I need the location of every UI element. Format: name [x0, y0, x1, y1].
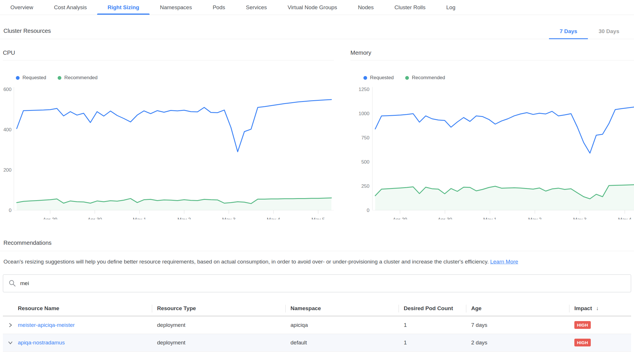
tab-nodes[interactable]: Nodes — [348, 0, 384, 15]
memory-chart-legend: Requested Recommended — [363, 75, 634, 81]
age-cell: 2 days — [466, 340, 569, 346]
col-header-desired-pod-count[interactable]: Desired Pod Count — [399, 302, 466, 316]
resource-name-link[interactable]: apiqa-nostradamus — [18, 340, 65, 346]
resource-name-link[interactable]: meister-apiciqa-meister — [18, 322, 75, 328]
recommended-dot-icon — [405, 76, 409, 80]
search-input[interactable] — [20, 280, 626, 287]
requested-dot-icon — [363, 76, 367, 80]
legend-requested-label: Requested — [370, 75, 394, 81]
tab-services[interactable]: Services — [235, 0, 277, 15]
period-toggle: 7 Days 30 Days — [549, 28, 630, 39]
svg-text:0: 0 — [9, 208, 12, 213]
table-header-row: Resource Name Resource Type Namespace De… — [3, 302, 631, 316]
legend-requested-label: Requested — [22, 75, 46, 81]
chevron-down-icon — [8, 340, 13, 345]
memory-chart-title: Memory — [350, 50, 634, 60]
desired-pod-count-cell: 1 — [399, 322, 466, 328]
tab-virtual-node-groups[interactable]: Virtual Node Groups — [277, 0, 348, 15]
recommendations-description: Ocean's resizing suggestions will help y… — [3, 258, 631, 266]
table-row[interactable]: apiqa-nostradamus deployment default 1 2… — [3, 334, 631, 352]
recommendations-header: Recommendations — [0, 240, 634, 251]
recommendations-description-text: Ocean's resizing suggestions will help y… — [3, 259, 489, 265]
cluster-resources-header: Cluster Resources 7 Days 30 Days — [0, 15, 634, 39]
svg-text:May 4: May 4 — [618, 217, 631, 219]
legend-recommended-label: Recommended — [64, 75, 97, 81]
requested-dot-icon — [16, 76, 20, 80]
cpu-chart-legend: Requested Recommended — [16, 75, 334, 81]
tab-pods[interactable]: Pods — [202, 0, 235, 15]
tab-cost-analysis[interactable]: Cost Analysis — [44, 0, 97, 15]
table-row[interactable]: meister-apiciqa-meister deployment apici… — [3, 316, 631, 334]
search-box[interactable] — [3, 274, 631, 292]
svg-text:May 1: May 1 — [483, 217, 497, 219]
svg-text:May 2: May 2 — [528, 217, 541, 219]
col-header-age[interactable]: Age — [466, 302, 569, 316]
col-header-resource-type[interactable]: Resource Type — [152, 302, 285, 316]
svg-text:250: 250 — [361, 183, 369, 189]
charts-row: CPU Requested Recommended 0200400600Apr … — [0, 39, 634, 221]
resource-type-cell: deployment — [152, 340, 285, 346]
legend-requested: Requested — [363, 75, 394, 81]
search-icon — [8, 279, 16, 287]
col-header-namespace[interactable]: Namespace — [285, 302, 399, 316]
cpu-line-chart: 0200400600Apr 29Apr 30May 1May 2May 3May… — [3, 84, 334, 221]
col-header-impact-label: Impact — [574, 305, 592, 312]
expand-row-button[interactable] — [3, 323, 18, 327]
sort-desc-icon[interactable]: ↓ — [596, 305, 599, 312]
svg-text:0: 0 — [367, 208, 369, 213]
col-header-resource-name[interactable]: Resource Name — [3, 302, 152, 316]
top-nav: Overview Cost Analysis Right Sizing Name… — [0, 0, 634, 15]
namespace-cell: default — [285, 340, 399, 346]
svg-text:200: 200 — [3, 167, 12, 173]
svg-text:Apr 29: Apr 29 — [43, 217, 57, 219]
age-cell: 7 days — [466, 322, 569, 328]
legend-recommended-label: Recommended — [412, 75, 445, 81]
svg-text:May 4: May 4 — [267, 217, 280, 219]
cluster-resources-title: Cluster Resources — [3, 28, 51, 39]
impact-high-badge: HIGH — [574, 339, 591, 346]
memory-chart-panel: Memory Requested Recommended 02505007501… — [350, 50, 634, 221]
svg-text:600: 600 — [3, 87, 12, 92]
tab-overview[interactable]: Overview — [0, 0, 44, 15]
cpu-chart-title: CPU — [3, 50, 334, 60]
svg-text:May 2: May 2 — [178, 217, 191, 219]
tab-log[interactable]: Log — [436, 0, 466, 15]
svg-text:Apr 29: Apr 29 — [393, 217, 407, 219]
learn-more-link[interactable]: Learn More — [490, 259, 518, 265]
period-7-days[interactable]: 7 Days — [549, 28, 588, 39]
tab-right-sizing[interactable]: Right Sizing — [97, 0, 150, 15]
legend-recommended: Recommended — [405, 75, 445, 81]
col-header-impact[interactable]: Impact ↓ — [569, 302, 631, 316]
svg-text:1250: 1250 — [358, 87, 369, 92]
collapse-row-button[interactable] — [3, 340, 18, 345]
resource-type-cell: deployment — [152, 322, 285, 328]
period-30-days[interactable]: 30 Days — [588, 28, 630, 39]
svg-text:400: 400 — [3, 127, 12, 132]
legend-recommended: Recommended — [58, 75, 97, 81]
svg-text:Apr 30: Apr 30 — [438, 217, 452, 219]
svg-text:500: 500 — [361, 159, 369, 165]
chevron-right-icon — [8, 323, 13, 327]
svg-text:May 3: May 3 — [573, 217, 586, 219]
impact-high-badge: HIGH — [574, 321, 591, 329]
tab-cluster-rolls[interactable]: Cluster Rolls — [384, 0, 436, 15]
recommended-dot-icon — [58, 76, 61, 80]
legend-requested: Requested — [16, 75, 46, 81]
namespace-cell: apiciqa — [285, 322, 399, 328]
svg-text:750: 750 — [361, 135, 369, 141]
svg-text:May 1: May 1 — [133, 217, 146, 219]
recommendations-title: Recommendations — [3, 240, 631, 246]
svg-text:Apr 30: Apr 30 — [88, 217, 102, 219]
svg-text:May 5: May 5 — [312, 217, 325, 219]
svg-text:1000: 1000 — [358, 111, 369, 116]
svg-text:May 3: May 3 — [222, 217, 235, 219]
cpu-chart-panel: CPU Requested Recommended 0200400600Apr … — [3, 50, 334, 221]
memory-line-chart: 025050075010001250Apr 29Apr 30May 1May 2… — [350, 84, 634, 221]
tab-namespaces[interactable]: Namespaces — [150, 0, 202, 15]
recommendations-table: Resource Name Resource Type Namespace De… — [3, 302, 631, 352]
desired-pod-count-cell: 1 — [399, 340, 466, 346]
